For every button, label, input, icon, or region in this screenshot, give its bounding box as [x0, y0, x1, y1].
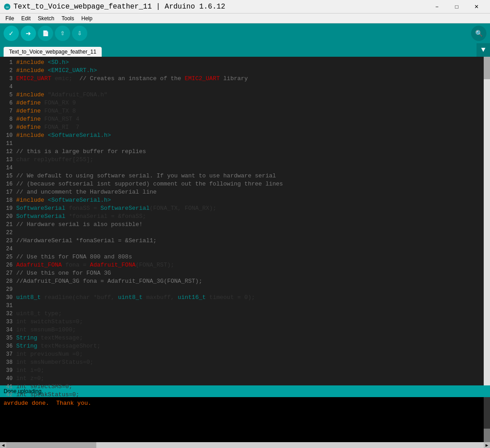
line-number-8: 8: [0, 115, 16, 123]
line-number-21: 21: [0, 221, 16, 229]
editor-scrollbar[interactable]: [484, 57, 490, 385]
line-number-22: 22: [0, 229, 16, 237]
line-number-10: 10: [0, 131, 16, 140]
line-number-30: 30: [0, 294, 16, 302]
code-line-37: 37int previousNum =0;: [0, 350, 484, 358]
line-number-7: 7: [0, 107, 16, 115]
code-line-15: 15// We default to using software serial…: [0, 172, 484, 180]
h-scroll-right-button[interactable]: ▶: [484, 442, 490, 448]
code-line-19: 19SoftwareSerial fonaSS = SoftwareSerial…: [0, 204, 484, 213]
menu-file[interactable]: File: [2, 14, 18, 23]
code-line-21: 21// Hardware serial is also possible!: [0, 221, 484, 229]
code-line-29: 29: [0, 285, 484, 294]
minimize-button[interactable]: −: [427, 0, 447, 14]
line-number-16: 16: [0, 180, 16, 188]
line-content-27: // Use this one for FONA 3G: [16, 269, 484, 277]
line-content-29: [16, 285, 484, 294]
code-line-30: 30uint8_t readline(char *buff, uint8_t m…: [0, 294, 484, 302]
save-button[interactable]: ⇩: [72, 26, 87, 41]
horizontal-scrollbar: ◀ ▶: [0, 442, 490, 448]
h-scroll-left-button[interactable]: ◀: [0, 442, 6, 448]
code-line-16: 16// (because softserial isnt supported)…: [0, 180, 484, 188]
line-content-23: //HardwareSerial *fonaSerial = &Serial1;: [16, 237, 484, 245]
line-number-26: 26: [0, 261, 16, 269]
line-content-21: // Hardware serial is also possible!: [16, 221, 484, 229]
line-number-25: 25: [0, 253, 16, 261]
console-container: avrdude done. Thank you.: [0, 397, 490, 442]
h-scroll-thumb[interactable]: [6, 442, 96, 448]
line-content-10: #include <SoftwareSerial.h>: [16, 131, 484, 140]
code-line-12: 12// this is a large buffer for replies: [0, 148, 484, 156]
line-number-3: 3: [0, 75, 16, 83]
line-number-20: 20: [0, 213, 16, 221]
line-content-38: int smsNumberStatus=0;: [16, 358, 484, 367]
code-line-3: 3EMIC2_UART emic; // Creates an instance…: [0, 75, 484, 83]
maximize-button[interactable]: □: [447, 0, 467, 14]
code-line-4: 4: [0, 83, 484, 91]
code-line-36: 36String textMessageShort;: [0, 342, 484, 350]
line-content-17: // and uncomment the HardwareSerial line: [16, 188, 484, 196]
menu-edit[interactable]: Edit: [18, 14, 34, 23]
menu-tools[interactable]: Tools: [58, 14, 78, 23]
line-content-1: #include <SD.h>: [16, 59, 484, 67]
line-number-13: 13: [0, 156, 16, 164]
upload-button[interactable]: ➜: [21, 26, 36, 41]
line-number-35: 35: [0, 334, 16, 342]
code-lines: 1#include <SD.h>2#include <EMIC2_UART.h>…: [0, 59, 484, 407]
line-content-4: [16, 83, 484, 91]
search-button[interactable]: 🔍: [471, 26, 486, 41]
code-line-18: 18#include <SoftwareSerial.h>: [0, 196, 484, 204]
code-line-23: 23//HardwareSerial *fonaSerial = &Serial…: [0, 237, 484, 245]
code-line-22: 22: [0, 229, 484, 237]
code-editor[interactable]: 1#include <SD.h>2#include <EMIC2_UART.h>…: [0, 57, 484, 409]
tab-scroll-button[interactable]: ▼: [477, 43, 490, 57]
line-content-13: char replybuffer[255];: [16, 156, 484, 164]
console-scroll-thumb[interactable]: [484, 429, 490, 442]
line-content-37: int previousNum =0;: [16, 350, 484, 358]
line-number-32: 32: [0, 310, 16, 318]
code-line-20: 20SoftwareSerial *fonaSerial = &fonaSS;: [0, 213, 484, 221]
line-content-41: int selectSMS=0;: [16, 383, 484, 391]
code-line-26: 26Adafruit_FONA fona = Adafruit_FONA(FON…: [0, 261, 484, 269]
line-content-2: #include <EMIC2_UART.h>: [16, 67, 484, 75]
line-content-24: [16, 245, 484, 253]
line-content-19: SoftwareSerial fonaSS = SoftwareSerial(F…: [16, 204, 484, 213]
line-number-15: 15: [0, 172, 16, 180]
line-content-5: #include "Adafruit_FONA.h": [16, 91, 484, 99]
active-tab[interactable]: Text_to_Voice_webpage_feather_11: [4, 47, 102, 57]
line-number-9: 9: [0, 123, 16, 131]
open-button[interactable]: ⇧: [55, 26, 70, 41]
arduino-icon: ∞: [4, 3, 11, 10]
code-line-9: 9#define FONA_RI 7: [0, 123, 484, 131]
code-line-8: 8#define FONA_RST 4: [0, 115, 484, 123]
console-scrollbar[interactable]: [484, 397, 490, 442]
close-button[interactable]: ✕: [467, 0, 486, 14]
line-content-35: String textMessage;: [16, 334, 484, 342]
code-line-1: 1#include <SD.h>: [0, 59, 484, 67]
code-line-2: 2#include <EMIC2_UART.h>: [0, 67, 484, 75]
line-content-36: String textMessageShort;: [16, 342, 484, 350]
code-line-32: 32uint8_t type;: [0, 310, 484, 318]
new-button[interactable]: 📄: [38, 26, 53, 41]
editor-scroll-thumb[interactable]: [484, 57, 490, 79]
line-number-24: 24: [0, 245, 16, 253]
code-line-35: 35String textMessage;: [0, 334, 484, 342]
line-content-32: uint8_t type;: [16, 310, 484, 318]
verify-button[interactable]: ✓: [4, 26, 19, 41]
code-line-38: 38int smsNumberStatus=0;: [0, 358, 484, 367]
code-line-7: 7#define FONA_TX 8: [0, 107, 484, 115]
menu-help[interactable]: Help: [78, 14, 96, 23]
menu-sketch[interactable]: Sketch: [34, 14, 58, 23]
line-content-11: [16, 140, 484, 148]
line-content-40: int z=0;: [16, 375, 484, 383]
code-line-25: 25// Use this for FONA 800 and 808s: [0, 253, 484, 261]
line-content-6: #define FONA_RX 9: [16, 99, 484, 107]
line-content-18: #include <SoftwareSerial.h>: [16, 196, 484, 204]
code-line-28: 28//Adafruit_FONA_3G fona = Adafruit_FON…: [0, 277, 484, 285]
line-number-23: 23: [0, 237, 16, 245]
code-line-13: 13char replybuffer[255];: [0, 156, 484, 164]
code-line-40: 40int z=0;: [0, 375, 484, 383]
h-scroll-track[interactable]: [6, 442, 484, 448]
line-content-14: [16, 164, 484, 172]
code-line-10: 10#include <SoftwareSerial.h>: [0, 131, 484, 140]
